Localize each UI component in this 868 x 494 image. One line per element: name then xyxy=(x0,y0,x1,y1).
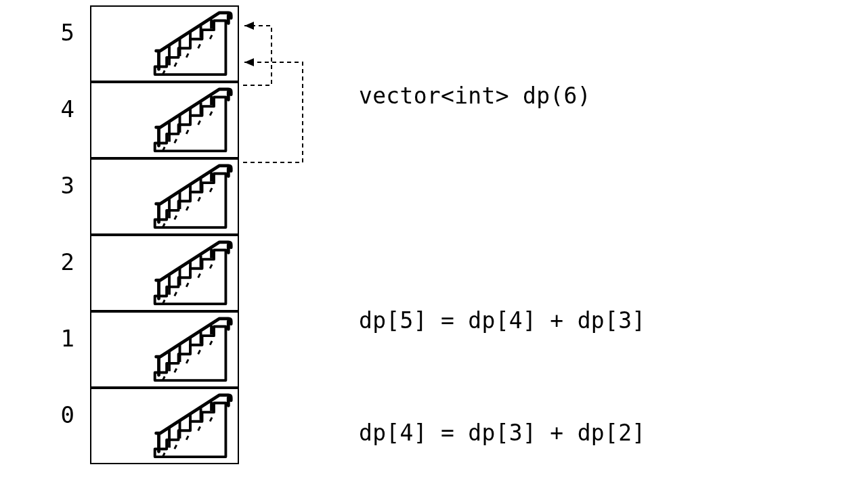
code-line-declaration: vector<int> dp(6) xyxy=(359,78,659,114)
stairs-icon xyxy=(148,85,235,156)
stairs-icon xyxy=(148,8,235,79)
stairs-icon xyxy=(148,238,235,309)
stairs-icon xyxy=(148,314,235,385)
arrow-dp4-to-dp5 xyxy=(243,26,272,85)
dp-cell xyxy=(90,388,239,464)
dp-index-label: 3 xyxy=(47,172,74,199)
dp-index-label: 4 xyxy=(47,95,74,122)
dp-index-label: 2 xyxy=(47,248,74,275)
code-line: dp[5] = dp[4] + dp[3] xyxy=(359,303,659,339)
code-block: vector<int> dp(6) dp[5] = dp[4] + dp[3] … xyxy=(359,7,659,494)
code-line: dp[4] = dp[3] + dp[2] xyxy=(359,416,659,451)
dp-cell xyxy=(90,158,239,235)
dp-cell xyxy=(90,311,239,388)
dependency-arrows xyxy=(239,5,341,208)
dp-index-label: 0 xyxy=(47,401,74,428)
dp-index-label: 5 xyxy=(47,19,74,46)
dp-cell xyxy=(90,82,239,158)
arrow-dp3-to-dp5 xyxy=(243,62,303,162)
dp-cell xyxy=(90,5,239,82)
dp-cell xyxy=(90,235,239,311)
dp-index-label: 1 xyxy=(47,325,74,352)
stairs-icon xyxy=(148,390,235,462)
code-text: dp[5] = dp[4] + dp[3] xyxy=(359,307,646,334)
stairs-icon xyxy=(148,161,235,232)
code-text: dp[4] = dp[3] + dp[2] xyxy=(359,420,646,446)
